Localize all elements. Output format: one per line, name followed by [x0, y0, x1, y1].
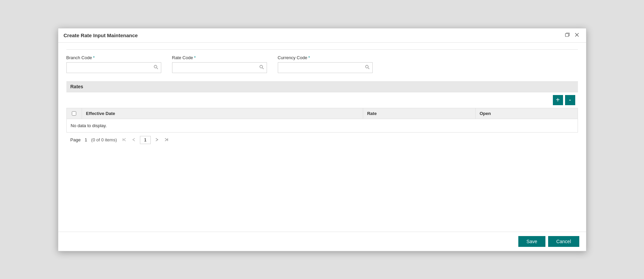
- fields-row: Branch Code* Rate Code*: [66, 55, 578, 73]
- page-label: Page: [70, 137, 81, 142]
- modal-title: Create Rate Input Maintenance: [64, 32, 138, 38]
- cancel-button[interactable]: Cancel: [548, 236, 579, 247]
- branch-code-required: *: [93, 55, 95, 60]
- save-button[interactable]: Save: [518, 236, 545, 247]
- rate-code-search-icon[interactable]: [259, 65, 264, 70]
- currency-code-group: Currency Code*: [278, 55, 373, 73]
- svg-point-7: [366, 65, 368, 68]
- svg-line-8: [368, 68, 369, 69]
- branch-code-input[interactable]: [69, 65, 153, 70]
- remove-row-button[interactable]: -: [565, 95, 575, 105]
- svg-rect-0: [565, 33, 568, 37]
- page-info: (0 of 0 items): [91, 137, 117, 142]
- page-input[interactable]: [140, 136, 151, 144]
- select-all-checkbox[interactable]: [72, 111, 76, 116]
- rates-table: Effective Date Rate Open No data to disp…: [66, 108, 578, 133]
- table-toolbar: + -: [66, 92, 578, 108]
- svg-line-6: [262, 68, 264, 69]
- top-divider: [66, 49, 578, 50]
- table-header: Effective Date Rate Open: [66, 108, 578, 119]
- rates-section-header: Rates: [66, 81, 578, 92]
- page-number-display: 1: [85, 137, 87, 142]
- branch-code-input-wrapper: [66, 62, 161, 73]
- restore-button[interactable]: [564, 32, 571, 39]
- rate-code-required: *: [194, 55, 196, 60]
- currency-code-input[interactable]: [281, 65, 365, 70]
- table-header-effective-date: Effective Date: [82, 108, 363, 119]
- table-body: No data to display.: [66, 119, 578, 132]
- table-header-checkbox: [66, 108, 82, 119]
- header-icons: [564, 32, 581, 39]
- modal-body: Branch Code* Rate Code*: [58, 43, 586, 232]
- last-page-button[interactable]: [163, 137, 170, 143]
- first-page-button[interactable]: [121, 137, 128, 143]
- svg-point-3: [154, 65, 157, 68]
- branch-code-group: Branch Code*: [66, 55, 161, 73]
- currency-code-input-wrapper: [278, 62, 373, 73]
- modal-footer: Save Cancel: [58, 232, 586, 251]
- rate-code-input-wrapper: [172, 62, 267, 73]
- no-data-row: No data to display.: [66, 119, 578, 132]
- modal-header: Create Rate Input Maintenance: [58, 28, 586, 43]
- svg-point-5: [260, 65, 263, 68]
- branch-code-search-icon[interactable]: [153, 65, 158, 70]
- main-modal: Create Rate Input Maintenance: [58, 28, 586, 251]
- currency-code-required: *: [308, 55, 310, 60]
- svg-line-4: [157, 68, 158, 69]
- branch-code-label: Branch Code*: [66, 55, 161, 60]
- next-page-button[interactable]: [153, 137, 160, 143]
- pagination-row: Page 1 (0 of 0 items): [66, 133, 578, 147]
- currency-code-label: Currency Code*: [278, 55, 373, 60]
- rate-code-input[interactable]: [175, 65, 259, 70]
- add-row-button[interactable]: +: [553, 95, 563, 105]
- no-data-cell: No data to display.: [66, 119, 578, 132]
- rate-code-label: Rate Code*: [172, 55, 267, 60]
- close-button[interactable]: [573, 32, 581, 39]
- prev-page-button[interactable]: [130, 137, 137, 143]
- rate-code-group: Rate Code*: [172, 55, 267, 73]
- table-header-rate: Rate: [363, 108, 475, 119]
- currency-code-search-icon[interactable]: [365, 65, 370, 70]
- table-header-open: Open: [475, 108, 578, 119]
